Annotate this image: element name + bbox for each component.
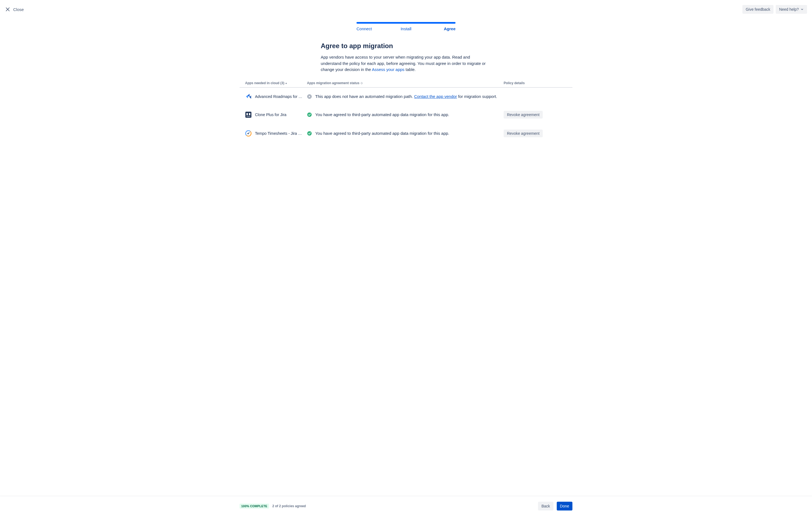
status-text: This app does not have an automated migr… — [315, 94, 497, 99]
close-icon — [5, 7, 10, 12]
app-cell: Advanced Roadmaps for … — [245, 93, 307, 100]
table-row: Advanced Roadmaps for … This app does no… — [239, 88, 573, 105]
status-text: You have agreed to third-party automated… — [315, 112, 449, 117]
status-cell: This app does not have an automated migr… — [307, 94, 504, 99]
app-name: Advanced Roadmaps for … — [255, 94, 302, 99]
topbar: Close Give feedback Need help? — [0, 0, 812, 17]
col-header-policy: Policy details — [504, 81, 567, 85]
cloneplus-icon — [245, 111, 252, 118]
footer-inner: 100% COMPLETE 2 of 2 policies agreed Bac… — [239, 502, 573, 511]
status-agreed-icon — [307, 131, 312, 136]
stepper-fill — [356, 22, 456, 24]
contact-vendor-link[interactable]: Contact the app vendor — [414, 94, 457, 99]
status-post: for migration support. — [457, 94, 497, 99]
app-name: Clone Plus for Jira — [255, 113, 286, 117]
page-description: App vendors have access to your server w… — [321, 54, 491, 73]
step-agree[interactable]: Agree — [423, 26, 456, 31]
apps-table: Apps needed in cloud (3) ▴ Apps migratio… — [239, 81, 573, 143]
tempo-icon — [245, 130, 252, 137]
col-status-label: Apps migration agreement status — [307, 81, 359, 85]
desc-text-2: table. — [404, 67, 416, 72]
stepper: Connect Install Agree — [356, 22, 456, 31]
sort-icon: ◇ — [360, 81, 363, 84]
svg-rect-7 — [249, 113, 250, 115]
footer-subtext: 2 of 2 policies agreed — [272, 504, 306, 508]
footer-left: 100% COMPLETE 2 of 2 policies agreed — [239, 504, 306, 509]
app-cell: Tempo Timesheets - Jira … — [245, 130, 307, 137]
table-header: Apps needed in cloud (3) ▴ Apps migratio… — [239, 81, 573, 88]
status-cell: You have agreed to third-party automated… — [307, 112, 504, 117]
status-none-icon — [307, 94, 312, 99]
main-content: Connect Install Agree Agree to app migra… — [0, 17, 812, 496]
stepper-labels: Connect Install Agree — [356, 26, 456, 31]
assess-apps-link[interactable]: Assess your apps — [372, 67, 404, 72]
step-install[interactable]: Install — [389, 26, 423, 31]
footer-right: Back Done — [538, 502, 573, 511]
close-button[interactable]: Close — [5, 7, 24, 12]
content-block: Agree to app migration App vendors have … — [321, 42, 491, 73]
table-row: Clone Plus for Jira You have agreed to t… — [239, 105, 573, 124]
svg-rect-8 — [246, 116, 250, 117]
complete-badge: 100% COMPLETE — [239, 504, 269, 509]
status-agreed-icon — [307, 112, 312, 117]
policy-cell: Revoke agreement — [504, 111, 567, 119]
app-cell: Clone Plus for Jira — [245, 111, 307, 118]
chevron-down-icon — [801, 8, 804, 11]
svg-rect-6 — [246, 113, 248, 115]
status-text: You have agreed to third-party automated… — [315, 131, 449, 136]
policy-cell: Revoke agreement — [504, 130, 567, 137]
footer: 100% COMPLETE 2 of 2 policies agreed Bac… — [0, 496, 812, 516]
done-button[interactable]: Done — [557, 502, 573, 511]
need-help-label: Need help? — [779, 7, 799, 11]
step-connect[interactable]: Connect — [356, 26, 389, 31]
status-cell: You have agreed to third-party automated… — [307, 131, 504, 136]
table-row: Tempo Timesheets - Jira … You have agree… — [239, 124, 573, 143]
col-header-status[interactable]: Apps migration agreement status ◇ — [307, 81, 504, 85]
revoke-agreement-button[interactable]: Revoke agreement — [504, 111, 543, 119]
roadmaps-icon — [245, 93, 252, 100]
top-actions: Give feedback Need help? — [743, 5, 807, 14]
col-apps-label: Apps needed in cloud (3) — [245, 81, 284, 85]
svg-point-9 — [307, 112, 312, 117]
need-help-button[interactable]: Need help? — [776, 5, 807, 14]
revoke-agreement-button[interactable]: Revoke agreement — [504, 130, 543, 137]
back-button[interactable]: Back — [538, 502, 553, 511]
sort-asc-icon: ▴ — [286, 82, 287, 84]
col-header-apps[interactable]: Apps needed in cloud (3) ▴ — [245, 81, 307, 85]
give-feedback-button[interactable]: Give feedback — [743, 5, 774, 14]
stepper-bar — [356, 22, 456, 24]
status-pre: This app does not have an automated migr… — [315, 94, 414, 99]
app-name: Tempo Timesheets - Jira … — [255, 131, 302, 136]
svg-rect-5 — [245, 112, 252, 118]
close-label: Close — [13, 7, 24, 12]
svg-point-13 — [307, 131, 312, 135]
page-title: Agree to app migration — [321, 42, 491, 50]
